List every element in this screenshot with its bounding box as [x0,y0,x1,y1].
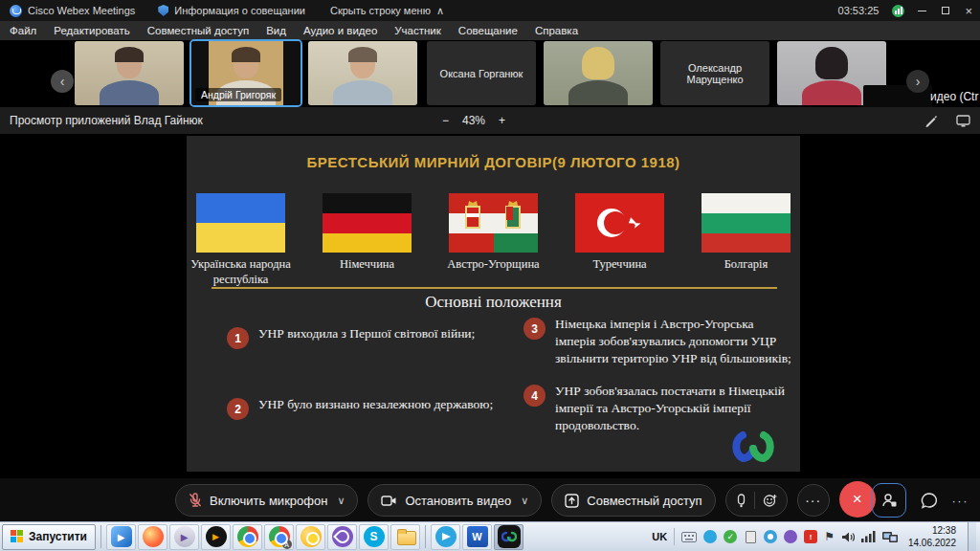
menu-file[interactable]: Файл [10,25,36,36]
menu-meeting[interactable]: Совещание [458,25,518,36]
display-icon[interactable] [956,115,970,127]
tray-alert-icon[interactable]: ! [804,530,817,543]
menu-view[interactable]: Вид [266,25,286,36]
menu-help[interactable]: Справка [535,25,578,36]
taskbar-chrome-canary[interactable] [296,524,325,550]
share-content-button[interactable]: Совместный доступ [551,484,715,517]
divider [754,492,755,509]
stop-video-button[interactable]: Остановить видео ∨ [368,484,542,517]
zoom-in-button[interactable]: + [499,114,505,127]
webex-watermark-icon [731,430,775,464]
taskbar-media-player[interactable]: ▶ [106,524,136,550]
zoom-out-button[interactable]: − [442,114,449,127]
chat-panel-button[interactable] [920,492,939,510]
point-text: УНР виходила з Першої світової війни; [258,325,475,342]
skype-icon: S [364,526,385,547]
slide-title: БРЕСТСЬКИЙ МИРНИЙ ДОГОВІР(9 ЛЮТОГО 1918) [187,154,800,170]
meeting-info-button[interactable]: Информация о совещании [158,5,305,16]
tray-divider [674,528,675,545]
volume-icon[interactable] [841,531,855,543]
system-tray: UK ✓ ! ⚑ 12:38 14.06.2022 [652,522,980,551]
taskbar-chrome-profile[interactable]: A [264,524,294,550]
participant-name-tile[interactable]: Олександр Марущенко [660,41,769,105]
minimize-button[interactable] [918,11,926,11]
webex-logo-icon [10,5,22,17]
recorder-icon[interactable] [736,494,746,508]
tray-date: 14.06.2022 [908,537,956,549]
chevron-down-icon[interactable]: ∨ [337,495,345,507]
zoom-controls: − 43% + [442,114,505,127]
participant-video [308,41,417,105]
flag-item-austria-hungary: Австро-Угорщина [441,193,546,287]
strip-prev-button[interactable]: ‹ [51,70,74,93]
unmute-button[interactable]: Включить микрофон ∨ [175,484,358,517]
slide-point-4: 4 УНР зобов'язалась постачати в Німецькі… [523,383,793,435]
kmplayer-icon: ▶ [174,526,195,547]
participant-video-tile[interactable] [544,41,653,105]
participants-icon [880,492,898,509]
taskbar-word[interactable]: W [462,524,492,550]
share-title: Просмотр приложений Влад Гайнюк [10,114,203,127]
flag-label: Болгарія [724,257,768,273]
start-button[interactable]: Запустити [2,524,96,550]
taskbar-kmplayer[interactable]: ▶ [169,524,199,550]
dual-monitor-icon[interactable] [882,531,898,543]
more-panels-button[interactable]: ··· [952,494,969,508]
participant-name-label: Андрій Григоряк [195,88,281,101]
leave-meeting-button[interactable]: × [839,481,876,518]
menu-participant[interactable]: Участник [394,25,441,36]
tray-telegram-icon[interactable] [703,530,717,543]
menu-share[interactable]: Совместный доступ [147,25,249,36]
taskbar-webex-active[interactable] [494,524,523,550]
presentation-slide: БРЕСТСЬКИЙ МИРНИЙ ДОГОВІР(9 ЛЮТОГО 1918)… [187,136,800,472]
taskbar-viber[interactable] [327,524,357,550]
taskbar-aimp[interactable]: ▶ [201,524,231,550]
flag-label: Туреччина [592,257,646,273]
show-desktop-button[interactable] [968,522,976,551]
annotate-icon[interactable] [924,115,937,127]
network-signal-icon[interactable] [861,531,876,542]
arrow-left-icon: ‹ [60,74,65,89]
tooltip-fragment: идео (Ctr [930,90,978,103]
tray-flag-icon[interactable]: ⚑ [824,530,835,543]
tray-clock[interactable]: 12:38 14.06.2022 [908,524,956,549]
meeting-timer: 03:53:25 [838,5,880,16]
active-speaker-tile[interactable]: Андрій Григоряк [191,41,301,105]
taskbar-chrome[interactable] [233,524,262,550]
tray-clipboard-icon[interactable] [744,530,757,543]
flags-row: Українська народна республіка Німеччина [187,193,800,287]
participant-video-tile[interactable] [308,41,417,105]
strip-next-button[interactable]: › [906,70,929,93]
media-player-icon: ▶ [111,526,132,547]
taskbar-firefox[interactable] [138,524,167,550]
tray-browser-icon[interactable] [764,530,777,543]
flag-label: Австро-Угорщина [447,257,539,273]
close-button[interactable]: × [965,5,972,17]
tray-viber-icon[interactable] [784,530,797,543]
taskbar-telegram[interactable] [431,524,460,550]
zoom-level[interactable]: 43% [462,114,485,127]
menu-edit[interactable]: Редактировать [54,25,129,36]
menu-audio-video[interactable]: Аудио и видео [303,25,377,36]
chevron-down-icon[interactable]: ∨ [521,495,528,507]
more-options-button[interactable]: ··· [797,484,830,517]
participant-silhouette [582,47,614,79]
point-text: УНР зобов'язалась постачати в Німецькій … [555,383,793,435]
menu-bar: Файл Редактировать Совместный доступ Вид… [0,21,980,40]
participant-video-tile[interactable] [75,41,184,105]
keyboard-icon[interactable] [681,532,697,542]
taskbar-skype[interactable]: S [359,524,389,550]
aimp-icon: ▶ [206,526,227,547]
point-text: УНР було визнано незалежною державою; [258,396,493,413]
start-label: Запустити [29,530,87,543]
tray-antivirus-icon[interactable]: ✓ [724,530,737,543]
ellipsis-icon: ··· [805,493,821,508]
taskbar-explorer[interactable] [390,524,420,550]
point-number-badge: 3 [523,318,546,340]
reactions-icon[interactable] [763,494,777,508]
participants-panel-button[interactable] [872,483,906,518]
language-indicator[interactable]: UK [652,531,667,542]
hide-menu-button[interactable]: Скрыть строку меню ∧ [330,5,444,17]
participant-name-tile[interactable]: Оксана Горганюк [427,41,536,105]
maximize-button[interactable] [942,7,949,14]
